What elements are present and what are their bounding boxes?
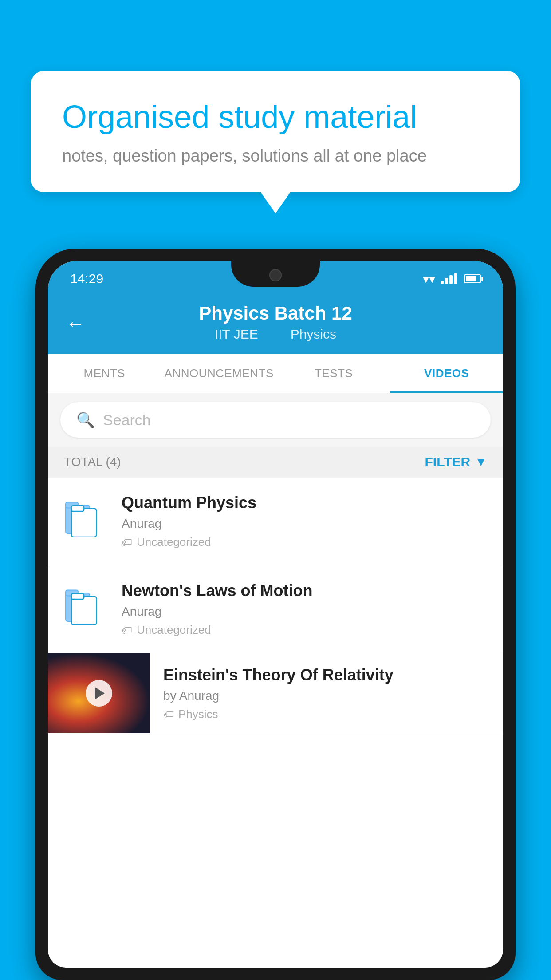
search-placeholder: Search	[103, 411, 151, 429]
svg-rect-6	[71, 597, 97, 625]
search-box[interactable]: 🔍 Search	[60, 402, 491, 438]
play-button[interactable]	[86, 680, 112, 707]
camera-icon	[269, 269, 282, 281]
signal-icon	[441, 273, 457, 284]
video-title: Newton's Laws of Motion	[122, 581, 487, 600]
tag-label: Uncategorized	[137, 535, 211, 549]
status-time: 14:29	[70, 271, 103, 286]
filter-label: FILTER	[425, 454, 471, 470]
phone-notch	[231, 261, 320, 287]
tag-icon: 🏷	[122, 624, 132, 636]
video-author: Anurag	[122, 517, 487, 531]
video-info: Newton's Laws of Motion Anurag 🏷 Uncateg…	[122, 581, 487, 637]
back-button[interactable]: ←	[66, 312, 85, 335]
tabs-bar: MENTS ANNOUNCEMENTS TESTS VIDEOS	[48, 354, 503, 393]
filter-button[interactable]: FILTER ▼	[425, 454, 487, 470]
video-info: Quantum Physics Anurag 🏷 Uncategorized	[122, 494, 487, 549]
filter-icon: ▼	[475, 455, 487, 469]
header-tag2: Physics	[291, 327, 336, 341]
bubble-title: Organised study material	[62, 98, 489, 136]
video-author: by Anurag	[163, 689, 490, 703]
play-icon	[95, 687, 105, 699]
list-item[interactable]: Einstein's Theory Of Relativity by Anura…	[48, 653, 503, 734]
video-folder-icon	[64, 497, 108, 539]
video-tag: 🏷 Physics	[163, 707, 490, 721]
tab-videos[interactable]: VIDEOS	[390, 354, 503, 393]
video-title: Quantum Physics	[122, 494, 487, 512]
list-item[interactable]: Newton's Laws of Motion Anurag 🏷 Uncateg…	[48, 565, 503, 653]
tab-tests[interactable]: TESTS	[277, 354, 390, 393]
wifi-icon: ▾▾	[423, 272, 435, 286]
video-author: Anurag	[122, 605, 487, 619]
tag-icon: 🏷	[122, 536, 132, 549]
svg-rect-3	[71, 506, 84, 511]
video-list: Quantum Physics Anurag 🏷 Uncategorized	[48, 478, 503, 734]
tab-ments[interactable]: MENTS	[48, 354, 161, 393]
video-tag: 🏷 Uncategorized	[122, 535, 487, 549]
header-tag1: IIT JEE	[215, 327, 258, 341]
speech-bubble: Organised study material notes, question…	[31, 71, 520, 192]
total-label: TOTAL (4)	[64, 455, 121, 469]
header-title: Physics Batch 12	[66, 303, 485, 324]
tab-announcements[interactable]: ANNOUNCEMENTS	[161, 354, 277, 393]
filter-bar: TOTAL (4) FILTER ▼	[48, 447, 503, 478]
video-thumbnail	[48, 653, 150, 733]
tag-label: Physics	[178, 707, 218, 721]
phone-inner: 14:29 ▾▾ ← Physics Batch 12	[48, 261, 503, 968]
app-header: ← Physics Batch 12 IIT JEE Physics	[48, 293, 503, 354]
svg-rect-2	[71, 509, 97, 537]
svg-rect-7	[71, 593, 84, 599]
list-item[interactable]: Quantum Physics Anurag 🏷 Uncategorized	[48, 478, 503, 565]
tag-icon: 🏷	[163, 708, 174, 721]
search-container: 🔍 Search	[48, 393, 503, 447]
tag-label: Uncategorized	[137, 623, 211, 637]
header-subtitle: IIT JEE Physics	[66, 327, 485, 342]
bubble-subtitle: notes, question papers, solutions all at…	[62, 146, 489, 166]
video-title: Einstein's Theory Of Relativity	[163, 666, 490, 684]
search-icon: 🔍	[76, 411, 95, 429]
header-tag-sep	[272, 327, 280, 341]
status-icons: ▾▾	[423, 272, 481, 286]
video-info: Einstein's Theory Of Relativity by Anura…	[150, 653, 503, 734]
video-folder-icon	[64, 585, 108, 627]
video-tag: 🏷 Uncategorized	[122, 623, 487, 637]
phone-frame: 14:29 ▾▾ ← Physics Batch 12	[35, 249, 516, 980]
battery-icon	[464, 274, 481, 283]
